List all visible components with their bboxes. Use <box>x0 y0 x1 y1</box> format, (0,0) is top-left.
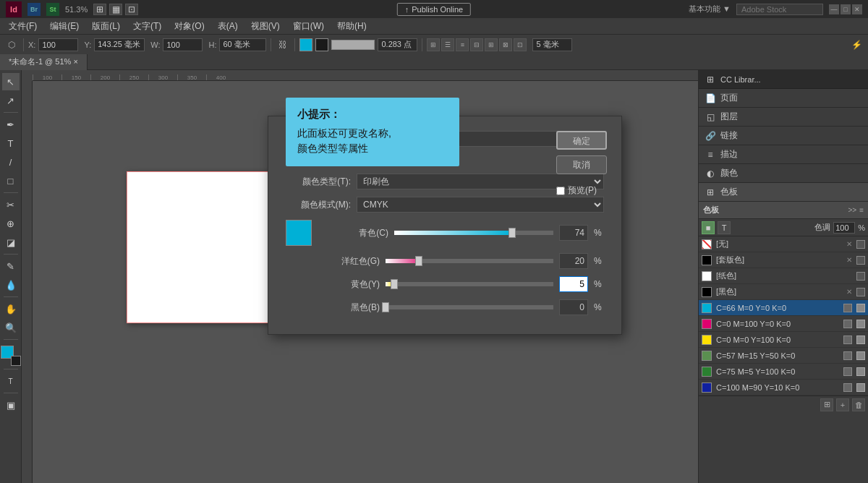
pages-panel-item[interactable]: 📄 页面 <box>699 89 868 108</box>
black-value-input[interactable] <box>559 299 588 315</box>
yellow-value-input[interactable] <box>559 276 588 292</box>
swatch-item-magenta[interactable]: C=0 M=100 Y=0 K=0 <box>699 316 868 332</box>
cyan-slider-track[interactable] <box>394 231 553 235</box>
close-button[interactable]: ✕ <box>852 4 862 14</box>
t-text-tool[interactable]: T <box>2 372 20 390</box>
swatch-item-none[interactable]: [无] ✕ <box>699 236 868 252</box>
h-input[interactable] <box>219 38 266 51</box>
preview-checkbox[interactable] <box>556 187 565 195</box>
adobe-stock-search[interactable] <box>736 4 823 15</box>
arrange-icon-1[interactable]: ⊞ <box>93 4 106 15</box>
align-middle-btn[interactable]: ⊞ <box>485 38 498 51</box>
menu-table[interactable]: 表(A) <box>212 19 244 34</box>
zoom-tool[interactable]: 🔍 <box>2 319 20 336</box>
selection-tool[interactable]: ↖ <box>2 73 20 90</box>
arrange-icon-2[interactable]: ▦ <box>109 4 122 15</box>
distribute-btn[interactable]: ⊡ <box>514 38 527 51</box>
arrange-icon-3[interactable]: ⊡ <box>125 4 138 15</box>
tool-separator-2 <box>4 192 18 193</box>
line-tool[interactable]: / <box>2 153 20 171</box>
color-panel-item[interactable]: ◐ 颜色 <box>699 164 868 183</box>
menu-layout[interactable]: 版面(L) <box>86 19 126 34</box>
menu-help[interactable]: 帮助(H) <box>331 19 373 34</box>
color-tools <box>1 346 21 366</box>
size-input[interactable] <box>532 38 572 51</box>
menu-edit[interactable]: 编辑(E) <box>44 19 85 34</box>
scissors-tool[interactable]: ✂ <box>2 196 20 213</box>
swatch-mode-color[interactable]: ■ <box>702 221 715 234</box>
swatch-item-black[interactable]: [黑色] ✕ <box>699 284 868 300</box>
hand-tool[interactable]: ✋ <box>2 300 20 317</box>
gradient-tool[interactable]: ◪ <box>2 234 20 251</box>
cc-libraries-label[interactable]: CC Librar... <box>720 75 761 84</box>
direct-selection-tool[interactable]: ↗ <box>2 92 20 109</box>
workspace-label[interactable]: 基本功能 ▼ <box>689 4 731 14</box>
yellow-slider-thumb[interactable] <box>391 279 398 289</box>
align-center-btn[interactable]: ☰ <box>441 38 454 51</box>
document-tab[interactable]: *未命名-1 @ 51% × <box>0 54 88 70</box>
cyan-value-input[interactable] <box>559 225 588 241</box>
magenta-value-input[interactable] <box>559 253 588 269</box>
swatch-item-paper[interactable]: [纸色] <box>699 268 868 284</box>
ok-button[interactable]: 确定 <box>556 131 607 150</box>
swatches-expand-icon[interactable]: >> <box>848 206 856 214</box>
cyan-slider-thumb[interactable] <box>509 228 516 238</box>
menu-type[interactable]: 文字(T) <box>127 19 167 34</box>
minimize-button[interactable]: — <box>829 4 839 14</box>
rectangle-tool[interactable]: □ <box>2 172 20 189</box>
publish-online-button[interactable]: ↑ Publish Online <box>397 3 471 16</box>
tint-value-input[interactable] <box>833 222 855 234</box>
menu-view[interactable]: 视图(V) <box>245 19 286 34</box>
swatch-item-cyan66[interactable]: C=66 M=0 Y=0 K=0 <box>699 300 868 316</box>
new-swatch-btn[interactable]: + <box>836 398 849 411</box>
links-panel-item[interactable]: 🔗 链接 <box>699 127 868 145</box>
y-input[interactable] <box>94 38 145 51</box>
stroke-color-swatch[interactable] <box>315 38 328 51</box>
x-input[interactable] <box>38 38 78 51</box>
bridge-icon[interactable]: Br <box>27 3 41 16</box>
black-slider-track[interactable] <box>386 305 553 309</box>
swatch-item-yellow[interactable]: C=0 M=0 Y=100 K=0 <box>699 332 868 348</box>
type-tool[interactable]: T <box>2 134 20 152</box>
swatch-mode-t[interactable]: T <box>718 221 731 234</box>
swatches-panel-item[interactable]: ⊞ 色板 <box>699 183 868 202</box>
yellow-slider-track[interactable] <box>386 282 553 286</box>
black-slider-thumb[interactable] <box>382 302 389 312</box>
note-tool[interactable]: ✎ <box>2 257 20 275</box>
magenta-slider-track[interactable] <box>386 259 553 263</box>
maximize-button[interactable]: □ <box>841 4 851 14</box>
swatch-color-black <box>702 287 712 297</box>
color-preview <box>286 220 312 246</box>
screen-mode-tool[interactable]: ▣ <box>2 396 20 414</box>
delete-swatch-btn[interactable]: 🗑 <box>852 398 865 411</box>
magenta-slider-thumb[interactable] <box>415 256 422 266</box>
pen-tool[interactable]: ✒ <box>2 116 20 133</box>
new-color-group-btn[interactable]: ⊞ <box>820 398 833 411</box>
menu-object[interactable]: 对象(O) <box>169 19 210 34</box>
stroke-panel-item[interactable]: ≡ 描边 <box>699 145 868 164</box>
swatch-item-blue100[interactable]: C=100 M=90 Y=10 K=0 <box>699 380 868 396</box>
menu-window[interactable]: 窗口(W) <box>287 19 330 34</box>
color-mode-select[interactable]: CMYK <box>357 197 604 213</box>
swatch-color-yellow <box>702 335 712 345</box>
menu-file[interactable]: 文件(F) <box>3 19 43 34</box>
background-color[interactable] <box>11 356 21 366</box>
lightning-icon[interactable]: ⚡ <box>849 38 864 52</box>
layers-panel-item[interactable]: ◱ 图层 <box>699 108 868 127</box>
chain-link-icon[interactable]: ⛓ <box>276 38 290 52</box>
align-right-btn[interactable]: ≡ <box>456 38 469 51</box>
swatch-item-registration[interactable]: [套版色] ✕ <box>699 252 868 268</box>
align-top-btn[interactable]: ⊟ <box>470 38 483 51</box>
stroke-width-input[interactable] <box>378 38 417 51</box>
cancel-button[interactable]: 取消 <box>556 155 607 174</box>
swatches-menu-icon[interactable]: ≡ <box>859 206 864 214</box>
eyedropper-tool[interactable]: 💧 <box>2 276 20 294</box>
swatch-item-green57[interactable]: C=57 M=15 Y=50 K=0 <box>699 348 868 364</box>
fill-color-swatch[interactable] <box>299 38 312 51</box>
swatch-item-green75[interactable]: C=75 M=5 Y=100 K=0 <box>699 364 868 380</box>
free-transform-tool[interactable]: ⊕ <box>2 215 20 232</box>
align-bottom-btn[interactable]: ⊠ <box>499 38 512 51</box>
align-left-btn[interactable]: ⊞ <box>427 38 440 51</box>
w-input[interactable] <box>163 38 203 51</box>
stock-icon[interactable]: St <box>46 3 59 16</box>
